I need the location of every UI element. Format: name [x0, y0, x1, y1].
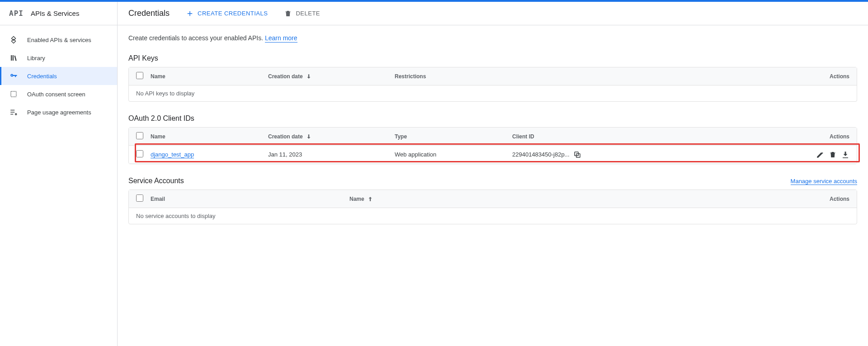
download-button[interactable]: [841, 151, 849, 159]
plus-icon: [186, 9, 194, 18]
copy-client-id-button[interactable]: [573, 151, 581, 159]
svg-rect-0: [11, 91, 16, 97]
row-checkbox[interactable]: [136, 150, 143, 157]
consent-icon: [9, 90, 18, 99]
col-type[interactable]: Type: [395, 133, 512, 140]
sidebar-item-credentials[interactable]: Credentials: [0, 67, 117, 85]
sidebar-item-page-usage[interactable]: Page usage agreements: [0, 103, 117, 121]
sidebar-title: APIs & Services: [31, 9, 80, 17]
col-email[interactable]: Email: [151, 196, 349, 202]
oauth-client-date: Jan 11, 2023: [268, 151, 395, 158]
settings-list-icon: [9, 108, 18, 117]
arrow-up-icon: [367, 196, 373, 202]
col-actions: Actions: [813, 73, 849, 80]
service-accounts-title: Service Accounts: [128, 177, 184, 185]
sidebar-item-label: OAuth consent screen: [27, 91, 85, 98]
oauth-table: Name Creation date Type Client ID Action…: [128, 127, 857, 164]
service-accounts-table: Email Name Actions No service accounts t…: [128, 190, 857, 224]
delete-row-button[interactable]: [829, 151, 837, 159]
edit-button[interactable]: [816, 151, 824, 159]
select-all-api-keys-checkbox[interactable]: [136, 72, 143, 79]
select-all-oauth-checkbox[interactable]: [136, 132, 143, 139]
col-name[interactable]: Name: [349, 196, 813, 202]
sidebar-item-enabled-apis[interactable]: Enabled APIs & services: [0, 31, 117, 49]
pencil-icon: [816, 151, 824, 159]
library-icon: [9, 53, 18, 62]
trash-icon: [829, 151, 837, 159]
oauth-title: OAuth 2.0 Client IDs: [128, 114, 194, 123]
create-credentials-button[interactable]: CREATE CREDENTIALS: [186, 9, 268, 18]
toolbar: Credentials CREATE CREDENTIALS DELETE: [118, 2, 868, 25]
svg-point-1: [15, 114, 17, 115]
api-keys-section: API Keys Name Creation date Restrictions…: [128, 54, 857, 102]
col-creation-date[interactable]: Creation date: [268, 73, 395, 80]
delete-label: DELETE: [296, 10, 320, 17]
sidebar-item-label: Page usage agreements: [27, 109, 91, 116]
service-accounts-empty: No service accounts to display: [129, 208, 857, 224]
sidebar-header: API APIs & Services: [0, 2, 117, 25]
col-restrictions[interactable]: Restrictions: [395, 73, 813, 80]
sidebar-item-label: Enabled APIs & services: [27, 37, 91, 43]
intro-body: Create credentials to access your enable…: [128, 34, 265, 42]
oauth-section: OAuth 2.0 Client IDs Name Creation date …: [128, 114, 857, 164]
col-client-id[interactable]: Client ID: [512, 133, 813, 140]
table-header: Name Creation date Type Client ID Action…: [129, 128, 857, 146]
table-header: Email Name Actions: [129, 190, 857, 208]
oauth-client-name-link[interactable]: django_test_app: [151, 151, 194, 158]
copy-icon: [573, 151, 581, 159]
learn-more-link[interactable]: Learn more: [265, 34, 297, 43]
sidebar-item-label: Library: [27, 55, 45, 62]
delete-button[interactable]: DELETE: [284, 9, 320, 18]
api-keys-empty: No API keys to display: [129, 85, 857, 101]
page-title: Credentials: [128, 9, 170, 18]
arrow-down-icon: [306, 133, 312, 140]
diamond-icon: [9, 35, 18, 44]
sidebar-item-library[interactable]: Library: [0, 49, 117, 67]
oauth-client-id-value: 229401483450-j82p...: [512, 151, 570, 158]
col-name[interactable]: Name: [151, 73, 268, 80]
col-actions: Actions: [813, 196, 849, 202]
create-credentials-label: CREATE CREDENTIALS: [198, 10, 268, 17]
download-icon: [841, 151, 849, 159]
table-row: django_test_app Jan 11, 2023 Web applica…: [129, 146, 857, 164]
key-icon: [9, 71, 18, 81]
intro-text: Create credentials to access your enable…: [128, 34, 857, 42]
arrow-down-icon: [306, 73, 312, 80]
api-logo: API: [9, 9, 24, 18]
sidebar: API APIs & Services Enabled APIs & servi…: [0, 2, 118, 346]
main-content: Credentials CREATE CREDENTIALS DELETE Cr…: [118, 2, 868, 346]
api-keys-title: API Keys: [128, 54, 158, 62]
sidebar-item-oauth-consent[interactable]: OAuth consent screen: [0, 85, 117, 103]
col-creation-date[interactable]: Creation date: [268, 133, 395, 140]
sidebar-nav: Enabled APIs & services Library Credenti…: [0, 25, 117, 121]
trash-icon: [284, 9, 292, 18]
oauth-client-type: Web application: [395, 151, 512, 158]
col-actions: Actions: [813, 133, 849, 140]
select-all-service-checkbox[interactable]: [136, 194, 143, 202]
sidebar-item-label: Credentials: [27, 73, 57, 80]
api-keys-table: Name Creation date Restrictions Actions …: [128, 67, 857, 102]
table-header: Name Creation date Restrictions Actions: [129, 67, 857, 85]
manage-service-accounts-link[interactable]: Manage service accounts: [791, 178, 857, 185]
col-name[interactable]: Name: [151, 133, 268, 140]
service-accounts-section: Service Accounts Manage service accounts…: [128, 177, 857, 224]
